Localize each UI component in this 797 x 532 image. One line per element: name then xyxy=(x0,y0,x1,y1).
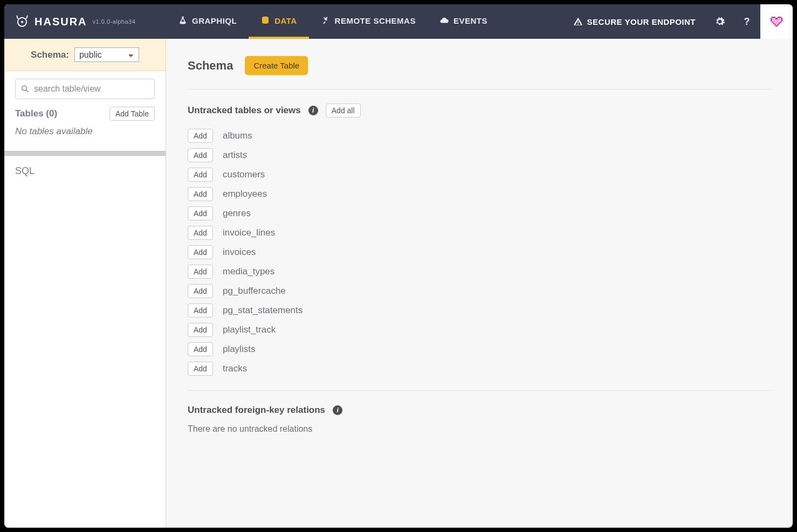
svg-rect-30 xyxy=(775,25,778,26)
add-button[interactable]: Add xyxy=(188,284,213,298)
svg-rect-12 xyxy=(777,18,778,19)
plug-icon xyxy=(321,16,331,25)
svg-rect-8 xyxy=(780,17,781,18)
untracked-row: Addmedia_types xyxy=(188,262,771,281)
add-button[interactable]: Add xyxy=(188,187,213,201)
svg-rect-6 xyxy=(778,17,779,18)
tab-label: REMOTE SCHEMAS xyxy=(335,16,416,25)
untracked-section-head: Untracked tables or views i Add all xyxy=(188,103,771,118)
svg-rect-5 xyxy=(774,17,775,18)
search-input[interactable] xyxy=(15,79,155,99)
untracked-row: Addgenres xyxy=(188,204,771,223)
svg-rect-28 xyxy=(775,24,778,25)
search-wrap xyxy=(15,79,155,99)
help-button[interactable]: ? xyxy=(733,4,760,39)
info-icon: i xyxy=(333,405,342,415)
sql-link[interactable]: SQL xyxy=(4,156,166,186)
info-icon: i xyxy=(308,106,318,115)
tab-events[interactable]: EVENTS xyxy=(428,4,499,39)
svg-rect-24 xyxy=(773,23,774,24)
add-button[interactable]: Add xyxy=(188,303,213,317)
tab-graphiql[interactable]: GRAPHIQL xyxy=(166,4,249,39)
gear-icon xyxy=(714,16,725,27)
add-button[interactable]: Add xyxy=(188,129,213,143)
svg-rect-27 xyxy=(774,24,775,25)
untracked-name: playlists xyxy=(223,344,255,355)
untracked-row: Addcustomers xyxy=(188,165,771,184)
svg-rect-25 xyxy=(774,23,779,24)
svg-rect-14 xyxy=(781,18,782,19)
add-button[interactable]: Add xyxy=(188,342,213,356)
no-tables-text: No tables available xyxy=(15,126,155,146)
untracked-name: employees xyxy=(223,189,267,199)
svg-rect-4 xyxy=(773,17,774,18)
untracked-row: Addartists xyxy=(188,146,771,165)
add-button[interactable]: Add xyxy=(188,362,213,376)
add-button[interactable]: Add xyxy=(188,148,213,162)
svg-rect-26 xyxy=(779,23,780,24)
untracked-name: genres xyxy=(223,208,251,219)
section-divider xyxy=(188,390,771,391)
help-icon: ? xyxy=(744,16,750,27)
add-button[interactable]: Add xyxy=(188,226,213,240)
add-button[interactable]: Add xyxy=(188,323,213,337)
fk-title: Untracked foreign-key relations xyxy=(188,405,325,416)
untracked-row: Addtracks xyxy=(188,359,771,378)
schema-selector-row: Schema: public xyxy=(4,39,166,71)
main: Schema Create Table Untracked tables or … xyxy=(166,39,793,528)
love-button[interactable] xyxy=(760,4,793,39)
cloud-icon xyxy=(439,16,449,25)
untracked-row: Addplaylists xyxy=(188,340,771,359)
svg-rect-10 xyxy=(772,18,775,19)
fk-section-head: Untracked foreign-key relations i xyxy=(188,405,771,416)
create-table-button[interactable]: Create Table xyxy=(245,56,308,75)
nav-tabs: GRAPHIQL DATA REMOTE SCHEMAS EVENTS xyxy=(166,4,499,39)
svg-rect-15 xyxy=(771,19,772,20)
tab-label: EVENTS xyxy=(454,16,487,25)
svg-rect-16 xyxy=(772,19,781,20)
tab-label: GRAPHIQL xyxy=(192,16,237,25)
untracked-name: pg_stat_statements xyxy=(223,305,303,316)
untracked-row: Addalbums xyxy=(188,126,771,146)
schema-select[interactable]: public xyxy=(74,47,139,62)
add-button[interactable]: Add xyxy=(188,265,213,279)
untracked-name: pg_buffercache xyxy=(223,286,286,296)
tab-remote-schemas[interactable]: REMOTE SCHEMAS xyxy=(309,4,428,39)
tab-data[interactable]: DATA xyxy=(249,4,308,39)
add-button[interactable]: Add xyxy=(188,168,213,182)
sidebar-inner: Tables (0) Add Table No tables available xyxy=(4,71,166,151)
app-frame: HASURA v1.0.0-alpha34 GRAPHIQL DATA RE xyxy=(4,4,793,528)
untracked-row: Addemployees xyxy=(188,184,771,204)
untracked-row: Addpg_buffercache xyxy=(188,281,771,301)
svg-rect-9 xyxy=(771,18,772,19)
untracked-name: invoice_lines xyxy=(223,227,275,238)
svg-rect-3 xyxy=(772,17,773,18)
tables-title: Tables (0) xyxy=(15,108,57,119)
sidebar-divider xyxy=(4,151,166,156)
svg-rect-21 xyxy=(772,22,773,23)
svg-rect-22 xyxy=(773,22,780,23)
untracked-name: playlist_track xyxy=(223,324,276,335)
svg-rect-13 xyxy=(778,18,781,19)
page-title: Schema xyxy=(188,59,233,73)
hasura-logo-icon xyxy=(15,15,29,29)
svg-rect-7 xyxy=(779,17,780,18)
add-button[interactable]: Add xyxy=(188,245,213,259)
brand-version: v1.0.0-alpha34 xyxy=(93,18,136,25)
secure-endpoint-link[interactable]: SECURE YOUR ENDPOINT xyxy=(562,4,706,39)
add-button[interactable]: Add xyxy=(188,206,213,220)
untracked-name: tracks xyxy=(223,363,247,374)
untracked-row: Addinvoice_lines xyxy=(188,223,771,243)
svg-rect-19 xyxy=(772,20,781,22)
settings-button[interactable] xyxy=(706,4,733,39)
search-icon xyxy=(20,85,30,94)
add-table-button[interactable]: Add Table xyxy=(109,107,155,121)
svg-point-1 xyxy=(21,21,23,23)
svg-rect-20 xyxy=(781,20,782,22)
untracked-title: Untracked tables or views xyxy=(188,105,301,116)
svg-rect-17 xyxy=(781,19,782,20)
add-all-button[interactable]: Add all xyxy=(326,103,361,118)
tab-label: DATA xyxy=(274,16,297,25)
untracked-row: Addinvoices xyxy=(188,243,771,262)
tables-header: Tables (0) Add Table xyxy=(15,107,155,121)
